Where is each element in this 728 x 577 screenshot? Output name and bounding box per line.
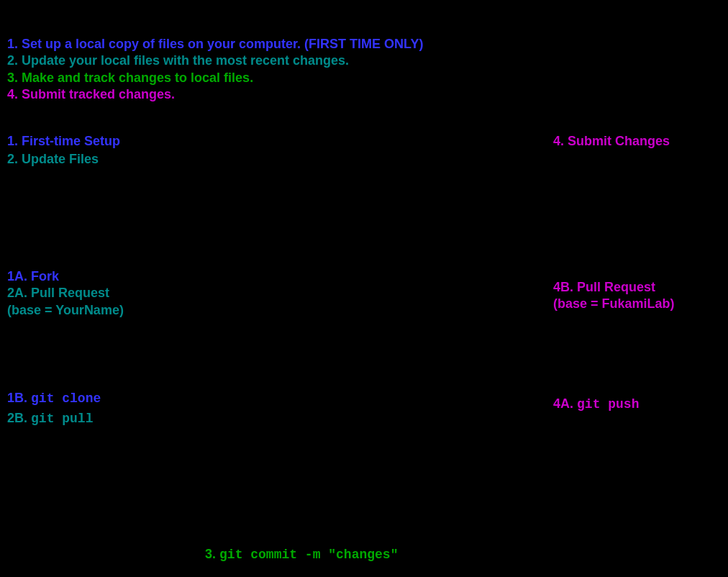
note-left-fork: 1A. Fork [7,268,124,285]
cmd-right-push-code: git push [577,397,639,412]
cmd-left-clone-code: git clone [31,391,101,406]
cmd-block-left: 1B. git clone 2B. git pull [7,389,101,429]
section-heading-1: 1. First-time Setup [7,133,120,150]
cmd-left-pull: 2B. git pull [7,409,101,429]
note-block-left: 1A. Fork 2A. Pull Request (base = YourNa… [7,268,124,319]
section-heading-4: 4. Submit Changes [553,133,670,150]
section-heading-2: 2. Update Files [7,151,99,168]
legend-line-3-text: Make and track changes to local files. [18,71,253,85]
legend-block: 1. Set up a local copy of files on your … [7,36,423,104]
commit-code: git commit -m "changes" [219,548,398,562]
commit-line: 3. git commit -m "changes" [205,547,398,562]
legend-line-3: 3. Make and track changes to local files… [7,70,423,86]
cmd-right-push: 4A. git push [553,394,639,414]
legend-line-2-num: 2. [7,53,18,68]
note-right-pull-request: 4B. Pull Request [553,279,675,296]
cmd-block-right: 4A. git push [553,394,639,414]
note-left-base: (base = YourName) [7,302,124,319]
legend-line-1-text: Set up a local copy of files on your com… [18,37,423,51]
legend-line-1-num: 1. [7,37,18,51]
cmd-left-pull-code: git pull [31,412,93,426]
legend-line-3-num: 3. [7,71,18,85]
cmd-left-clone-prefix: 1B. [7,391,27,405]
note-left-pull-request: 2A. Pull Request [7,285,124,301]
legend-line-2: 2. Update your local files with the most… [7,53,423,69]
legend-line-4-num: 4. [7,87,18,101]
note-block-right: 4B. Pull Request (base = FukamiLab) [553,279,675,313]
cmd-left-clone: 1B. git clone [7,389,101,409]
legend-line-2-text: Update your local files with the most re… [18,53,349,68]
note-right-base: (base = FukamiLab) [553,296,675,312]
cmd-right-push-prefix: 4A. [553,396,573,411]
cmd-left-pull-prefix: 2B. [7,411,27,425]
legend-line-1: 1. Set up a local copy of files on your … [7,36,423,53]
legend-line-4: 4. Submit tracked changes. [7,86,423,103]
commit-prefix: 3. [205,547,216,561]
legend-line-4-text: Submit tracked changes. [18,87,175,101]
